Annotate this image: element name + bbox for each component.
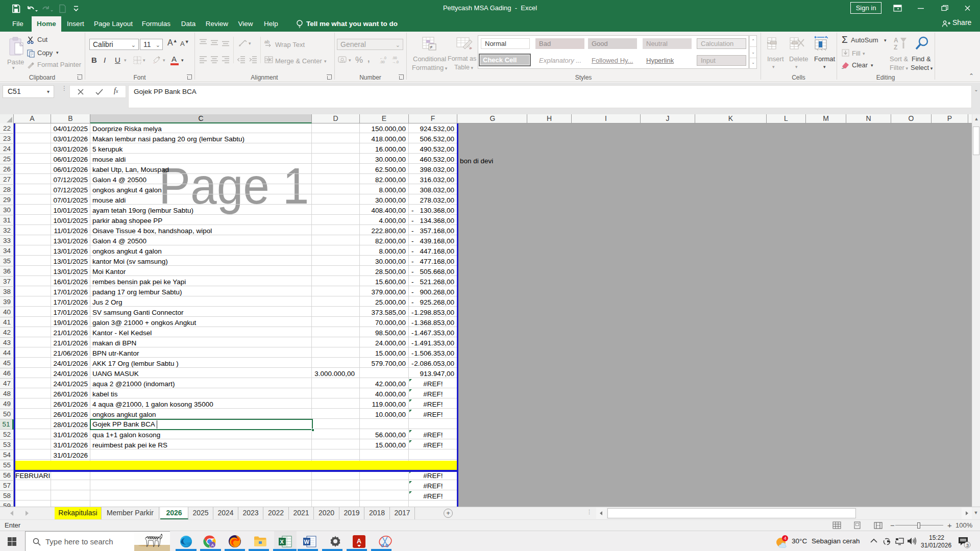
- svg-text:3: 3: [966, 542, 969, 548]
- svg-text:Z: Z: [894, 44, 897, 51]
- svg-text:X: X: [280, 539, 284, 545]
- svg-text:A: A: [894, 37, 898, 44]
- svg-text:.00: .00: [380, 60, 385, 64]
- svg-text:A: A: [211, 543, 214, 547]
- svg-text:W: W: [304, 539, 310, 545]
- svg-text:←.0: ←.0: [380, 56, 386, 60]
- svg-text:4: 4: [783, 535, 786, 541]
- svg-text:ab: ab: [264, 39, 270, 44]
- svg-text:→.0: →.0: [392, 60, 399, 64]
- svg-text:.00: .00: [392, 56, 397, 60]
- svg-text:A: A: [357, 537, 362, 545]
- svg-text:123: 123: [340, 60, 346, 63]
- svg-text:≠: ≠: [430, 44, 433, 50]
